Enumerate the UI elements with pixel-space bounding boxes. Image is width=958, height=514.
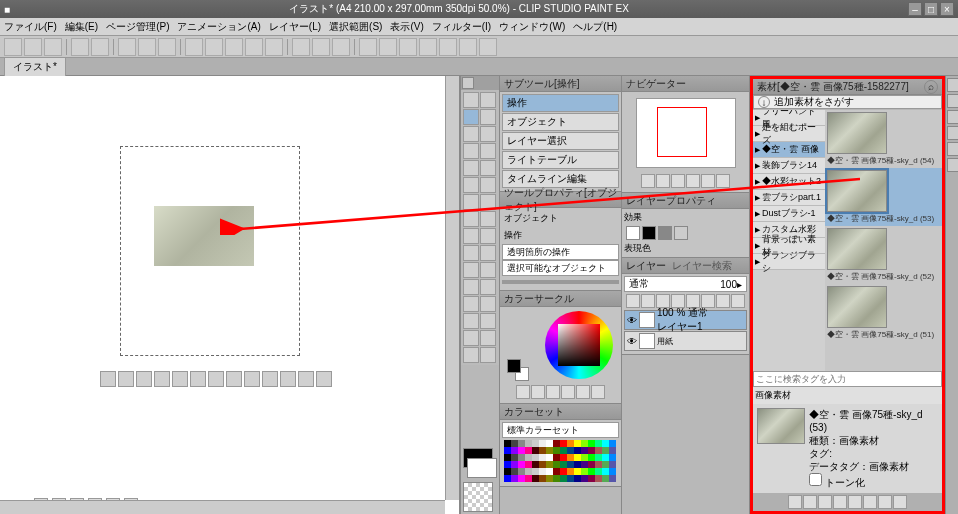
tool-movelayer[interactable] [480, 109, 496, 125]
nav-2[interactable] [656, 174, 670, 188]
strip-3[interactable] [947, 110, 959, 124]
tool-lasso[interactable] [480, 126, 496, 142]
swatch[interactable] [609, 461, 616, 468]
swatch[interactable] [560, 440, 567, 447]
tag-item-9[interactable]: グランジブラシ [753, 254, 825, 270]
swatch[interactable] [511, 447, 518, 454]
swatch[interactable] [525, 440, 532, 447]
tool-balloon[interactable] [480, 262, 496, 278]
strip-5[interactable] [947, 142, 959, 156]
ly-t2[interactable] [641, 294, 655, 308]
swatch[interactable] [595, 461, 602, 468]
swatch[interactable] [567, 475, 574, 482]
sel-tb-1[interactable] [100, 371, 116, 387]
sel-tb-3[interactable] [136, 371, 152, 387]
sel-tb-13[interactable] [316, 371, 332, 387]
swatch[interactable] [525, 454, 532, 461]
swatch[interactable] [609, 454, 616, 461]
swatch[interactable] [532, 440, 539, 447]
tool-ruler[interactable] [480, 245, 496, 261]
ly-t8[interactable] [731, 294, 745, 308]
nav-4[interactable] [686, 174, 700, 188]
swatch[interactable] [504, 468, 511, 475]
swatch[interactable] [553, 440, 560, 447]
swatch[interactable] [560, 447, 567, 454]
swatch[interactable] [546, 468, 553, 475]
swatch[interactable] [525, 475, 532, 482]
sel-tb-2[interactable] [118, 371, 134, 387]
swatch[interactable] [574, 461, 581, 468]
swatch[interactable] [518, 468, 525, 475]
swatch[interactable] [525, 468, 532, 475]
menu-file[interactable]: ファイル(F) [4, 20, 57, 34]
tag-item-4[interactable]: ◆水彩セット2 [753, 174, 825, 190]
ly-t7[interactable] [716, 294, 730, 308]
swatch[interactable] [539, 475, 546, 482]
swatch[interactable] [609, 447, 616, 454]
swatch[interactable] [588, 461, 595, 468]
cw-mode1[interactable] [516, 385, 530, 399]
tb-open[interactable] [24, 38, 42, 56]
tb-tool10[interactable] [379, 38, 397, 56]
tool-zoom[interactable] [463, 92, 479, 108]
swatch[interactable] [595, 475, 602, 482]
tb-redo[interactable] [91, 38, 109, 56]
tb-tool2[interactable] [205, 38, 223, 56]
menu-view[interactable]: 表示(V) [390, 20, 423, 34]
swatch[interactable] [609, 468, 616, 475]
swatch[interactable] [609, 440, 616, 447]
tool-3d[interactable] [480, 279, 496, 295]
menu-select[interactable]: 選択範囲(S) [329, 20, 382, 34]
tag-item-3[interactable]: 装飾ブラシ14 [753, 158, 825, 174]
swatch[interactable] [588, 454, 595, 461]
swatch[interactable] [504, 454, 511, 461]
cw-mode6[interactable] [591, 385, 605, 399]
tool-figure[interactable] [480, 228, 496, 244]
cw-mode5[interactable] [576, 385, 590, 399]
material-item-0[interactable]: ◆空・雲 画像75種-sky_d (54) [825, 110, 942, 168]
swatch[interactable] [609, 475, 616, 482]
swatch[interactable] [532, 447, 539, 454]
swatch[interactable] [553, 468, 560, 475]
nav-5[interactable] [701, 174, 715, 188]
tb-tool7[interactable] [312, 38, 330, 56]
subtool-object[interactable]: オブジェクト [502, 113, 619, 131]
mat-b4[interactable] [833, 495, 847, 509]
swatch[interactable] [553, 447, 560, 454]
swatch[interactable] [504, 447, 511, 454]
blend-mode-dd[interactable]: 通常100▸ [624, 276, 747, 292]
tb-save[interactable] [44, 38, 62, 56]
sel-tb-9[interactable] [244, 371, 260, 387]
swatch[interactable] [511, 440, 518, 447]
swatch[interactable] [532, 475, 539, 482]
canvas[interactable]: 50.0 ▾ [0, 76, 460, 514]
nav-3[interactable] [671, 174, 685, 188]
swatch[interactable] [518, 454, 525, 461]
placed-material-image[interactable] [154, 206, 254, 266]
transparency-swatch[interactable] [463, 482, 493, 512]
layer-1[interactable]: 👁 100 % 通常レイヤー1 [624, 310, 747, 330]
sel-tb-10[interactable] [262, 371, 278, 387]
material-item-3[interactable]: ◆空・雲 画像75種-sky_d (51) [825, 284, 942, 342]
swatch[interactable] [595, 447, 602, 454]
swatch[interactable] [595, 468, 602, 475]
swatch[interactable] [574, 440, 581, 447]
tb-tool15[interactable] [479, 38, 497, 56]
subtool-layerselect[interactable]: レイヤー選択 [502, 132, 619, 150]
eye-icon[interactable]: 👁 [627, 315, 637, 326]
maximize-button[interactable]: □ [924, 2, 938, 16]
tool-x1[interactable] [463, 296, 479, 312]
swatch[interactable] [553, 454, 560, 461]
tool-pen[interactable] [463, 160, 479, 176]
lp-sw3[interactable] [658, 226, 672, 240]
color-palette[interactable] [502, 438, 619, 484]
tb-tool5[interactable] [265, 38, 283, 56]
tb-new[interactable] [4, 38, 22, 56]
swatch[interactable] [546, 440, 553, 447]
tag-item-2[interactable]: ◆空・雲 画像 [753, 142, 825, 158]
tb-copy[interactable] [138, 38, 156, 56]
search-icon[interactable]: ⌕ [924, 80, 938, 94]
subtool-group[interactable]: 操作 [502, 94, 619, 112]
swatch[interactable] [518, 440, 525, 447]
swatch[interactable] [602, 440, 609, 447]
